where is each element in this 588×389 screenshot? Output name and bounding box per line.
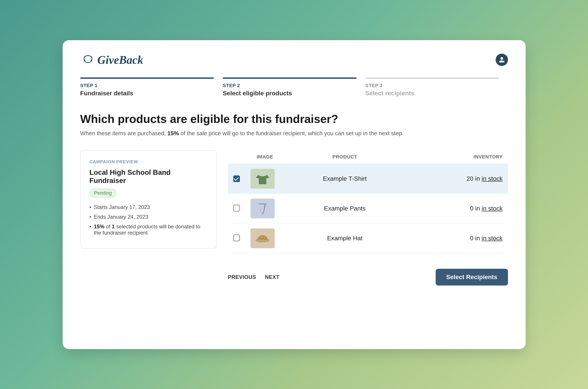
- campaign-preview-panel: CAMPAIGN PREVIEW Local High School Band …: [80, 150, 217, 249]
- step-1-title: Fundraiser details: [80, 90, 214, 97]
- content-area: CAMPAIGN PREVIEW Local High School Band …: [80, 150, 508, 286]
- tshirt-checkbox[interactable]: [233, 175, 240, 182]
- logo-icon: [80, 54, 96, 66]
- pants-stock-link[interactable]: in stock: [482, 205, 503, 212]
- preview-section-label: CAMPAIGN PREVIEW: [89, 159, 208, 164]
- header: GiveBack: [80, 53, 508, 66]
- step-3-title: Select recipients: [365, 90, 499, 97]
- step-3: STEP 3 Select recipients: [365, 77, 508, 97]
- hat-stock-link[interactable]: in stock: [482, 235, 503, 242]
- pants-checkbox-cell[interactable]: [228, 194, 245, 223]
- hat-image-cell: [245, 223, 285, 253]
- campaign-title: Local High School Band Fundraiser: [89, 168, 208, 185]
- products-table: IMAGE PRODUCT INVENTORY: [228, 150, 508, 253]
- pants-name: Example Pants: [285, 194, 405, 223]
- tshirt-stock-link[interactable]: in stock: [482, 175, 503, 182]
- pants-checkbox[interactable]: [233, 205, 240, 211]
- hat-name: Example Hat: [285, 223, 405, 253]
- col-image-header: IMAGE: [245, 150, 285, 164]
- hat-checkbox-cell[interactable]: [228, 223, 245, 253]
- table-row: Example Pants 0 in in stock: [228, 194, 508, 223]
- hat-checkbox[interactable]: [233, 234, 240, 241]
- table-row: Example Hat 0 in in stock: [228, 223, 508, 253]
- step-1: STEP 1 Fundraiser details: [80, 77, 223, 97]
- next-link[interactable]: NEXT: [265, 274, 280, 280]
- col-checkbox-header: [228, 150, 245, 164]
- logo: GiveBack: [80, 53, 143, 66]
- campaign-start-date: Starts January 17, 2023: [89, 204, 208, 210]
- campaign-donation-summary: 15% of 1 selected products will be donat…: [89, 224, 208, 236]
- nav-links: PREVIOUS NEXT: [228, 274, 280, 280]
- tshirt-name: Example T-Shirt: [285, 164, 405, 194]
- hat-inventory: 0 in in stock: [405, 223, 508, 253]
- pants-inventory: 0 in in stock: [405, 194, 508, 223]
- step-2-bar: [223, 77, 356, 79]
- select-recipients-button[interactable]: Select Recipients: [436, 269, 508, 286]
- tshirt-checkbox-cell[interactable]: [228, 164, 245, 194]
- campaign-status-badge: Pending: [89, 189, 117, 197]
- pants-image: [250, 198, 275, 218]
- step-3-bar: [365, 77, 499, 79]
- tshirt-image-cell: [245, 164, 285, 194]
- pants-image-cell: [245, 194, 285, 223]
- main-card: GiveBack STEP 1 Fundraiser details STEP …: [63, 40, 526, 349]
- step-3-label: STEP 3: [365, 83, 499, 89]
- tshirt-image: [250, 169, 275, 189]
- products-table-header: IMAGE PRODUCT INVENTORY: [228, 150, 508, 164]
- step-1-bar: [80, 77, 214, 79]
- tshirt-inventory: 20 in in stock: [405, 164, 508, 194]
- step-1-label: STEP 1: [80, 83, 214, 89]
- step-2-title: Select eligible products: [223, 90, 356, 97]
- col-inventory-header: INVENTORY: [405, 150, 508, 164]
- donation-percentage: 15%: [167, 130, 179, 137]
- table-row: Example T-Shirt 20 in in stock: [228, 164, 508, 194]
- hat-image: [250, 228, 275, 248]
- campaign-end-date: Ends January 24, 2023: [89, 214, 208, 220]
- user-avatar-icon[interactable]: [496, 54, 508, 66]
- campaign-details-list: Starts January 17, 2023 Ends January 24,…: [89, 204, 208, 236]
- stepper: STEP 1 Fundraiser details STEP 2 Select …: [80, 77, 508, 97]
- step-2-label: STEP 2: [223, 83, 356, 89]
- products-area: IMAGE PRODUCT INVENTORY: [228, 150, 508, 286]
- col-product-header: PRODUCT: [285, 150, 405, 164]
- previous-link[interactable]: PREVIOUS: [228, 274, 256, 280]
- footer-navigation: PREVIOUS NEXT Select Recipients: [228, 264, 508, 286]
- svg-rect-2: [259, 203, 266, 204]
- logo-text: GiveBack: [97, 53, 143, 66]
- products-table-body: Example T-Shirt 20 in in stock: [228, 164, 508, 253]
- page-subtitle: When these items are purchased, 15% of t…: [80, 130, 508, 137]
- page-title: Which products are eligible for this fun…: [80, 112, 508, 126]
- step-2: STEP 2 Select eligible products: [223, 77, 365, 97]
